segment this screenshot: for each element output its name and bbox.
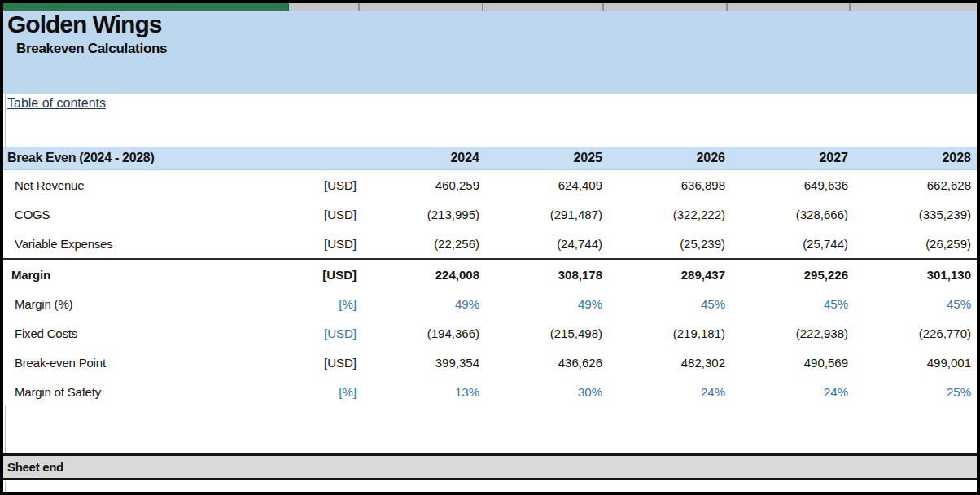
page-title: Golden Wings <box>3 11 977 37</box>
cell-value: (213,995) <box>362 208 485 221</box>
cell-value: 295,226 <box>731 268 854 282</box>
cell-value: (25,239) <box>608 237 731 251</box>
row-unit: [USD] <box>273 208 362 221</box>
cell-value: (215,498) <box>485 326 608 340</box>
table-row: Margin (%)[%]49%49%45%45%45% <box>3 289 977 318</box>
table-row: Margin of Safety[%]13%30%24%24%25% <box>3 377 977 406</box>
cell-value: (219,181) <box>608 326 731 340</box>
cell-value: 45% <box>608 297 731 311</box>
worksheet-frame: Golden Wings Breakeven Calculations Tabl… <box>0 0 980 495</box>
column-divider <box>849 3 851 11</box>
row-label: Break-even Point <box>3 356 273 370</box>
year-header: 2026 <box>608 151 731 165</box>
page-subtitle: Breakeven Calculations <box>3 37 977 57</box>
cell-value: 624,409 <box>485 178 608 192</box>
year-header: 2027 <box>731 151 854 165</box>
table-title: Break Even (2024 - 2028) <box>3 151 273 165</box>
cell-value: 45% <box>731 297 854 311</box>
row-unit: [%] <box>273 297 362 311</box>
cell-value: (222,938) <box>731 326 854 340</box>
cell-value: (25,744) <box>731 237 854 251</box>
table-row: Variable Expenses[USD](22,256)(24,744)(2… <box>3 229 977 258</box>
table-row: Margin[USD]224,008308,178289,437295,2263… <box>3 258 977 289</box>
cell-value: 25% <box>854 385 977 399</box>
cell-value: 662,628 <box>854 178 977 192</box>
cell-value: (194,366) <box>362 326 485 340</box>
cell-value: 289,437 <box>608 268 731 282</box>
cell-value: (26,259) <box>854 237 977 251</box>
row-label: Variable Expenses <box>3 237 273 251</box>
cell-value: (328,666) <box>731 208 854 221</box>
cell-value: 399,354 <box>362 356 485 370</box>
table-row: Net Revenue[USD]460,259624,409636,898649… <box>3 170 977 199</box>
cell-value: 13% <box>362 385 485 399</box>
column-divider <box>726 3 728 11</box>
table-row: COGS[USD](213,995)(291,487)(322,222)(328… <box>3 199 977 229</box>
column-divider <box>358 3 360 11</box>
row-label: Margin <box>3 268 273 282</box>
row-unit: [%] <box>273 385 362 399</box>
cell-value: 24% <box>608 385 731 399</box>
cell-value: 301,130 <box>854 268 977 282</box>
table-row: Break-even Point[USD]399,354436,626482,3… <box>3 348 977 377</box>
cell-value: (22,256) <box>362 237 485 251</box>
green-progress-bar <box>3 3 289 11</box>
cell-value: 308,178 <box>485 268 608 282</box>
cell-value: 49% <box>362 297 485 311</box>
cell-value: (335,239) <box>854 208 977 221</box>
cell-value: 482,302 <box>608 356 731 370</box>
cell-value: (322,222) <box>608 208 731 221</box>
cell-value: 224,008 <box>362 268 485 282</box>
cell-value: 649,636 <box>731 178 854 192</box>
cell-value: (226,770) <box>854 326 977 340</box>
row-label: COGS <box>3 208 273 221</box>
year-header: 2028 <box>854 151 977 165</box>
cell-value: 460,259 <box>362 178 485 192</box>
row-unit: [USD] <box>273 356 362 370</box>
row-label: Margin of Safety <box>3 385 273 399</box>
table-body: Net Revenue[USD]460,259624,409636,898649… <box>3 170 977 406</box>
cell-value: 24% <box>731 385 854 399</box>
year-header: 2024 <box>362 151 485 165</box>
row-unit: [USD] <box>273 326 362 340</box>
title-band: Golden Wings Breakeven Calculations <box>3 11 977 94</box>
table-row: Fixed Costs[USD](194,366)(215,498)(219,1… <box>3 318 977 348</box>
cell-value: 45% <box>854 297 977 311</box>
sheet-end-label: Sheet end <box>7 460 63 474</box>
table-of-contents-link[interactable]: Table of contents <box>7 96 106 111</box>
cell-value: 499,001 <box>854 356 977 370</box>
grid-line <box>5 481 6 492</box>
cell-value: 436,626 <box>485 356 608 370</box>
year-header: 2025 <box>485 151 608 165</box>
cell-value: 49% <box>485 297 608 311</box>
row-label: Margin (%) <box>3 297 273 311</box>
table-header-row: Break Even (2024 - 2028) 202420252026202… <box>3 147 977 170</box>
cell-value: (24,744) <box>485 237 608 251</box>
row-label: Net Revenue <box>3 178 273 192</box>
cell-value: 490,569 <box>731 356 854 370</box>
cell-value: 30% <box>485 385 608 399</box>
row-unit: [USD] <box>273 178 362 192</box>
breakeven-table: Break Even (2024 - 2028) 202420252026202… <box>3 147 977 406</box>
column-divider <box>602 3 604 11</box>
row-unit: [USD] <box>273 237 362 251</box>
column-divider <box>482 3 483 11</box>
row-unit: [USD] <box>273 268 362 282</box>
cell-value: 636,898 <box>608 178 731 192</box>
cell-value: (291,487) <box>485 208 608 221</box>
row-label: Fixed Costs <box>3 326 273 340</box>
sheet-end-bar: Sheet end <box>3 453 977 480</box>
